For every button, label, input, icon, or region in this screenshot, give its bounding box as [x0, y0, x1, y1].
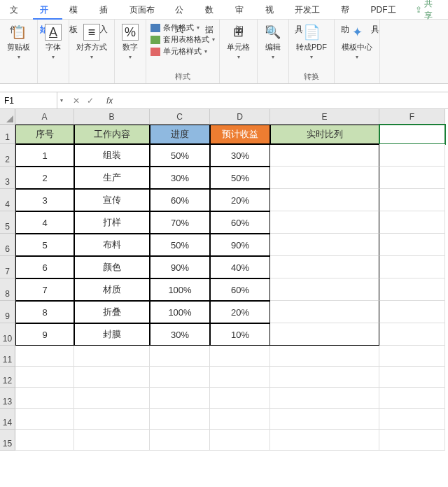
- cell[interactable]: [150, 409, 210, 430]
- cell[interactable]: 50%: [150, 234, 210, 256]
- cell[interactable]: [379, 346, 445, 367]
- tab-data[interactable]: 数据: [198, 0, 228, 20]
- tab-formula[interactable]: 公式: [168, 0, 198, 20]
- cells-button[interactable]: ⊞ 单元格 ▾: [224, 22, 253, 62]
- cell[interactable]: 30%: [150, 167, 210, 189]
- cell[interactable]: [270, 388, 379, 409]
- template-center-button[interactable]: ✦ 模板中心 ▾: [339, 22, 375, 62]
- cell[interactable]: [270, 234, 379, 256]
- cell[interactable]: 打样: [74, 211, 150, 234]
- cell[interactable]: 50%: [150, 144, 210, 167]
- cell[interactable]: [74, 409, 150, 430]
- row-header[interactable]: 9: [0, 301, 15, 323]
- cell[interactable]: 材质: [74, 278, 150, 301]
- cell[interactable]: [74, 430, 150, 451]
- cell[interactable]: 封膜: [74, 323, 150, 346]
- cell[interactable]: 90%: [150, 256, 210, 278]
- clipboard-button[interactable]: 📋 剪贴板 ▾: [4, 22, 33, 62]
- cell[interactable]: 折叠: [74, 301, 150, 323]
- cell[interactable]: [379, 144, 445, 167]
- tab-template[interactable]: 模板: [62, 0, 92, 20]
- cell[interactable]: 6: [15, 256, 74, 278]
- cell[interactable]: [150, 388, 210, 409]
- cell[interactable]: [270, 167, 379, 189]
- share-button[interactable]: ⇪共享: [410, 0, 445, 22]
- conditional-format-button[interactable]: 条件格式 ▾: [150, 22, 215, 33]
- cell[interactable]: [150, 430, 210, 451]
- row-header[interactable]: 2: [0, 144, 15, 167]
- cell[interactable]: [379, 256, 445, 278]
- cell[interactable]: 序号: [15, 125, 74, 144]
- cell[interactable]: [270, 301, 379, 323]
- cell[interactable]: [15, 430, 74, 451]
- cell[interactable]: [270, 144, 379, 167]
- cell[interactable]: [379, 167, 445, 189]
- col-header-d[interactable]: D: [210, 109, 270, 125]
- cell[interactable]: 实时比列: [270, 125, 379, 144]
- cell[interactable]: [74, 367, 150, 388]
- cell[interactable]: [379, 367, 445, 388]
- cell[interactable]: [210, 409, 270, 430]
- cell[interactable]: [15, 409, 74, 430]
- cell[interactable]: 90%: [210, 234, 270, 256]
- cell[interactable]: 7: [15, 278, 74, 301]
- tab-pdf[interactable]: PDF工具: [364, 0, 410, 20]
- cell[interactable]: 组装: [74, 144, 150, 167]
- cell[interactable]: 5: [15, 234, 74, 256]
- table-format-button[interactable]: 套用表格格式 ▾: [150, 34, 215, 45]
- pdf-button[interactable]: 📄 转成PDF ▾: [293, 22, 330, 62]
- font-button[interactable]: A 字体 ▾: [42, 22, 64, 62]
- row-header[interactable]: 10: [0, 323, 15, 346]
- cell[interactable]: [379, 211, 445, 234]
- cell[interactable]: 8: [15, 301, 74, 323]
- cell[interactable]: [379, 234, 445, 256]
- row-header[interactable]: 1: [0, 125, 15, 144]
- cell[interactable]: [15, 388, 74, 409]
- tab-dev[interactable]: 开发工具: [288, 0, 333, 20]
- row-header[interactable]: 12: [0, 367, 15, 388]
- tab-insert[interactable]: 插入: [92, 0, 122, 20]
- row-header[interactable]: 6: [0, 234, 15, 256]
- cell[interactable]: [379, 189, 445, 211]
- cell[interactable]: [74, 346, 150, 367]
- col-header-f[interactable]: F: [379, 109, 445, 125]
- cell[interactable]: [379, 323, 445, 346]
- cell[interactable]: [270, 211, 379, 234]
- cell[interactable]: 70%: [150, 211, 210, 234]
- cell[interactable]: 3: [15, 189, 74, 211]
- cancel-icon[interactable]: ✕: [73, 96, 80, 106]
- cell[interactable]: [270, 323, 379, 346]
- cell[interactable]: 60%: [210, 278, 270, 301]
- cell-selected[interactable]: [379, 125, 445, 144]
- cell[interactable]: 60%: [210, 211, 270, 234]
- cell[interactable]: [270, 346, 379, 367]
- cell[interactable]: 2: [15, 167, 74, 189]
- cell[interactable]: [210, 388, 270, 409]
- fx-label[interactable]: fx: [101, 96, 118, 106]
- cell[interactable]: [74, 388, 150, 409]
- cell[interactable]: 40%: [210, 256, 270, 278]
- row-header[interactable]: 13: [0, 388, 15, 409]
- cell[interactable]: 30%: [150, 323, 210, 346]
- col-header-a[interactable]: A: [15, 109, 74, 125]
- tab-view[interactable]: 视图: [258, 0, 288, 20]
- cell[interactable]: 生产: [74, 167, 150, 189]
- col-header-b[interactable]: B: [74, 109, 150, 125]
- row-header[interactable]: 8: [0, 278, 15, 301]
- cell[interactable]: 预计收益: [210, 125, 270, 144]
- cell[interactable]: 100%: [150, 301, 210, 323]
- cell[interactable]: [379, 409, 445, 430]
- cell[interactable]: [150, 367, 210, 388]
- accept-icon[interactable]: ✓: [87, 96, 94, 106]
- row-header[interactable]: 11: [0, 346, 15, 367]
- number-button[interactable]: % 数字 ▾: [119, 22, 141, 62]
- cell[interactable]: 30%: [210, 144, 270, 167]
- cell[interactable]: 工作内容: [74, 125, 150, 144]
- cell[interactable]: 进度: [150, 125, 210, 144]
- name-box[interactable]: [0, 92, 57, 108]
- cell[interactable]: [270, 409, 379, 430]
- cell[interactable]: 100%: [150, 278, 210, 301]
- row-header[interactable]: 5: [0, 211, 15, 234]
- cell[interactable]: [270, 367, 379, 388]
- tab-file[interactable]: 文件: [3, 0, 33, 20]
